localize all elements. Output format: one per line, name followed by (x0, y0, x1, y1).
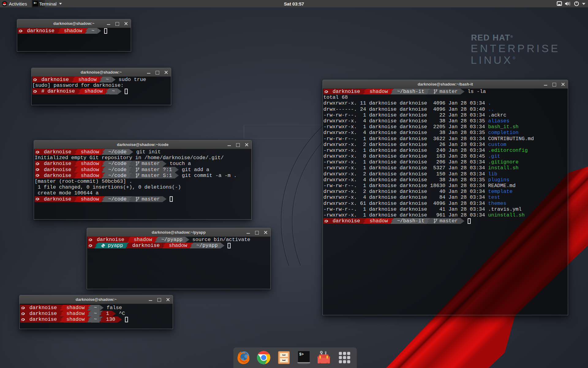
svg-text:$>: $> (299, 352, 303, 357)
